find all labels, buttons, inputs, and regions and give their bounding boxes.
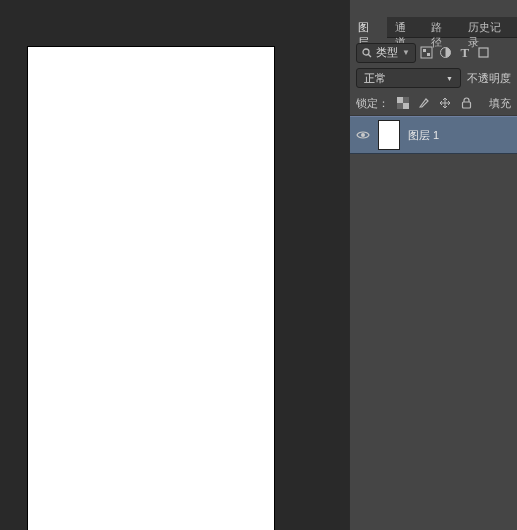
svg-rect-11 — [462, 102, 470, 108]
tab-history[interactable]: 历史记录 — [460, 17, 517, 38]
filter-adjustment-icon[interactable] — [438, 44, 454, 62]
svg-rect-2 — [421, 47, 432, 58]
svg-rect-3 — [423, 49, 426, 52]
blend-mode-select[interactable]: 正常 ▼ — [356, 68, 461, 88]
blend-mode-value: 正常 — [364, 71, 386, 86]
lock-label: 锁定： — [356, 96, 389, 111]
layers-panel: 图层 通道 路径 历史记录 类型 ▼ T 正常 ▼ 不透明度 锁定： — [349, 0, 517, 530]
tab-layers[interactable]: 图层 — [350, 17, 387, 38]
layer-row[interactable]: 图层 1 — [350, 116, 517, 154]
visibility-toggle[interactable] — [356, 128, 370, 142]
svg-point-12 — [361, 133, 365, 137]
blend-mode-row: 正常 ▼ 不透明度 — [350, 65, 517, 91]
svg-rect-8 — [403, 103, 409, 109]
chevron-down-icon: ▼ — [446, 75, 453, 82]
lock-transparency-icon[interactable] — [396, 96, 410, 110]
tab-channels[interactable]: 通道 — [387, 17, 424, 38]
lock-all-icon[interactable] — [459, 96, 473, 110]
search-icon — [362, 48, 372, 58]
svg-rect-7 — [397, 97, 403, 103]
eye-icon — [356, 130, 370, 140]
layer-filter-row: 类型 ▼ T — [350, 38, 517, 65]
svg-rect-9 — [403, 97, 409, 103]
tab-paths[interactable]: 路径 — [423, 17, 460, 38]
svg-point-0 — [363, 49, 369, 55]
panel-tab-bar: 图层 通道 路径 历史记录 — [350, 17, 517, 38]
fill-label[interactable]: 填充 — [489, 96, 511, 111]
opacity-label[interactable]: 不透明度 — [467, 71, 511, 86]
filter-kind-label: 类型 — [376, 45, 398, 60]
filter-text-icon[interactable]: T — [457, 44, 473, 62]
filter-kind-picker[interactable]: 类型 ▼ — [356, 43, 416, 63]
lock-pixels-icon[interactable] — [417, 96, 431, 110]
layer-thumbnail[interactable] — [378, 120, 400, 150]
canvas[interactable] — [28, 47, 274, 530]
filter-shape-icon[interactable] — [476, 44, 492, 62]
svg-line-1 — [368, 54, 371, 57]
lock-row: 锁定： 填充 — [350, 91, 517, 116]
svg-rect-6 — [479, 48, 488, 57]
layer-name[interactable]: 图层 1 — [408, 128, 439, 143]
filter-pixel-icon[interactable] — [419, 44, 435, 62]
lock-position-icon[interactable] — [438, 96, 452, 110]
chevron-down-icon: ▼ — [402, 48, 410, 57]
document-workspace — [0, 0, 349, 530]
svg-rect-4 — [427, 53, 430, 56]
layer-list: 图层 1 — [350, 116, 517, 530]
svg-rect-10 — [397, 103, 403, 109]
